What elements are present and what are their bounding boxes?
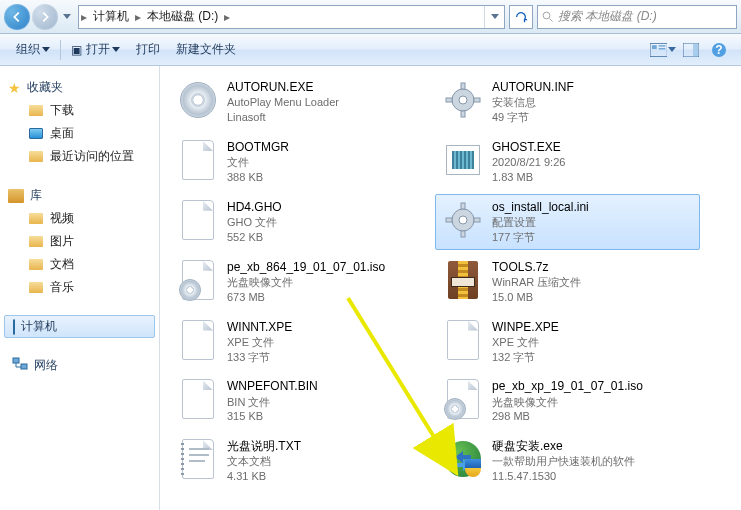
chevron-right-icon: ▸ xyxy=(133,10,143,24)
svg-rect-3 xyxy=(659,45,666,46)
breadcrumb-drive-d[interactable]: 本地磁盘 (D:) xyxy=(143,6,222,28)
svg-rect-14 xyxy=(461,111,465,117)
file-name: 硬盘安装.exe xyxy=(492,438,635,454)
svg-rect-13 xyxy=(461,83,465,89)
file-type: WinRAR 压缩文件 xyxy=(492,275,581,290)
file-list[interactable]: AUTORUN.EXEAutoPlay Menu LoaderLinasoftA… xyxy=(160,66,741,510)
file-type: XPE 文件 xyxy=(492,335,559,350)
preview-pane-button[interactable] xyxy=(678,39,704,61)
file-name: pe_xb_864_19_01_07_01.iso xyxy=(227,259,385,275)
navigation-sidebar: ★ 收藏夹 下载 桌面 最近访问的位置 库 视频 图片 文档 音乐 计算机 网络 xyxy=(0,66,160,510)
file-name: AUTORUN.INF xyxy=(492,79,574,95)
file-meta: 15.0 MB xyxy=(492,290,581,305)
file-name: TOOLS.7z xyxy=(492,259,581,275)
file-type: 安装信息 xyxy=(492,95,574,110)
file-item[interactable]: AUTORUN.EXEAutoPlay Menu LoaderLinasoft xyxy=(170,74,435,130)
sidebar-item-recent[interactable]: 最近访问的位置 xyxy=(0,145,159,168)
breadcrumb-computer[interactable]: 计算机 xyxy=(89,6,133,28)
svg-rect-4 xyxy=(659,48,666,49)
organize-menu[interactable]: 组织 xyxy=(8,34,58,65)
file-meta: 315 KB xyxy=(227,409,318,424)
file-name: WINPE.XPE xyxy=(492,319,559,335)
file-item[interactable]: WNPEFONT.BINBIN 文件315 KB xyxy=(170,373,435,429)
file-meta: 11.5.47.1530 xyxy=(492,469,635,484)
file-item[interactable]: pe_xb_864_19_01_07_01.iso光盘映像文件673 MB xyxy=(170,254,435,310)
text-file-icon xyxy=(182,439,214,479)
file-meta: 673 MB xyxy=(227,290,385,305)
chevron-down-icon xyxy=(112,47,120,53)
file-name: os_install_local.ini xyxy=(492,199,589,215)
search-icon xyxy=(542,11,554,23)
help-button[interactable]: ? xyxy=(706,39,732,61)
file-icon xyxy=(447,320,479,360)
file-type: BIN 文件 xyxy=(227,395,318,410)
sidebar-item-network[interactable]: 网络 xyxy=(0,354,159,377)
favorites-group[interactable]: ★ 收藏夹 xyxy=(0,76,159,99)
refresh-button[interactable] xyxy=(509,5,533,29)
file-name: pe_xb_xp_19_01_07_01.iso xyxy=(492,378,643,394)
search-placeholder: 搜索 本地磁盘 (D:) xyxy=(558,8,657,25)
disc-icon xyxy=(180,82,216,118)
open-button[interactable]: ▣ 打开 xyxy=(63,34,128,65)
svg-rect-6 xyxy=(693,44,698,56)
address-dropdown[interactable] xyxy=(484,6,504,28)
file-item[interactable]: BOOTMGR文件388 KB xyxy=(170,134,435,190)
svg-point-0 xyxy=(543,12,550,19)
computer-icon xyxy=(13,319,15,335)
file-item[interactable]: WINPE.XPEXPE 文件132 字节 xyxy=(435,314,700,370)
svg-rect-19 xyxy=(461,203,465,209)
svg-rect-16 xyxy=(474,98,480,102)
installer-icon xyxy=(445,441,481,477)
file-meta: 133 字节 xyxy=(227,350,292,365)
file-type: 一款帮助用户快速装机的软件 xyxy=(492,454,635,469)
sidebar-item-music[interactable]: 音乐 xyxy=(0,276,159,299)
svg-rect-21 xyxy=(446,218,452,222)
sidebar-item-documents[interactable]: 文档 xyxy=(0,253,159,276)
chevron-right-icon: ▸ xyxy=(79,10,89,24)
file-item[interactable]: GHOST.EXE2020/8/21 9:261.83 MB xyxy=(435,134,700,190)
file-item[interactable]: 硬盘安装.exe一款帮助用户快速装机的软件11.5.47.1530 xyxy=(435,433,700,489)
back-button[interactable] xyxy=(4,4,30,30)
file-type: 光盘映像文件 xyxy=(227,275,385,290)
svg-text:?: ? xyxy=(715,43,722,57)
ghost-icon xyxy=(446,145,480,175)
file-item[interactable]: 光盘说明.TXT文本文档4.31 KB xyxy=(170,433,435,489)
iso-icon xyxy=(447,379,479,419)
file-icon xyxy=(182,379,214,419)
svg-rect-2 xyxy=(652,45,657,49)
chevron-down-icon xyxy=(42,47,50,53)
sidebar-item-desktop[interactable]: 桌面 xyxy=(0,122,159,145)
print-button[interactable]: 打印 xyxy=(128,34,168,65)
file-icon xyxy=(182,200,214,240)
view-options-button[interactable] xyxy=(650,39,676,61)
chevron-right-icon: ▸ xyxy=(222,10,232,24)
file-item[interactable]: HD4.GHOGHO 文件552 KB xyxy=(170,194,435,250)
file-meta: 1.83 MB xyxy=(492,170,565,185)
sidebar-item-pictures[interactable]: 图片 xyxy=(0,230,159,253)
navigation-bar: ▸ 计算机 ▸ 本地磁盘 (D:) ▸ 搜索 本地磁盘 (D:) xyxy=(0,0,741,34)
file-meta: 132 字节 xyxy=(492,350,559,365)
svg-rect-10 xyxy=(21,364,27,369)
star-icon: ★ xyxy=(8,80,21,96)
new-folder-button[interactable]: 新建文件夹 xyxy=(168,34,244,65)
file-item[interactable]: TOOLS.7zWinRAR 压缩文件15.0 MB xyxy=(435,254,700,310)
file-type: 2020/8/21 9:26 xyxy=(492,155,565,170)
file-type: 文件 xyxy=(227,155,289,170)
file-meta: 177 字节 xyxy=(492,230,589,245)
libraries-group[interactable]: 库 xyxy=(0,184,159,207)
forward-button[interactable] xyxy=(32,4,58,30)
sidebar-item-videos[interactable]: 视频 xyxy=(0,207,159,230)
history-dropdown[interactable] xyxy=(60,14,74,20)
sidebar-item-downloads[interactable]: 下载 xyxy=(0,99,159,122)
file-item[interactable]: WINNT.XPEXPE 文件133 字节 xyxy=(170,314,435,370)
file-name: HD4.GHO xyxy=(227,199,282,215)
file-item[interactable]: AUTORUN.INF安装信息49 字节 xyxy=(435,74,700,130)
library-icon xyxy=(8,189,24,203)
file-item[interactable]: pe_xb_xp_19_01_07_01.iso光盘映像文件298 MB xyxy=(435,373,700,429)
address-bar[interactable]: ▸ 计算机 ▸ 本地磁盘 (D:) ▸ xyxy=(78,5,505,29)
search-input[interactable]: 搜索 本地磁盘 (D:) xyxy=(537,5,737,29)
file-icon xyxy=(182,140,214,180)
file-item[interactable]: os_install_local.ini配置设置177 字节 xyxy=(435,194,700,250)
file-name: 光盘说明.TXT xyxy=(227,438,301,454)
sidebar-item-computer[interactable]: 计算机 xyxy=(4,315,155,338)
